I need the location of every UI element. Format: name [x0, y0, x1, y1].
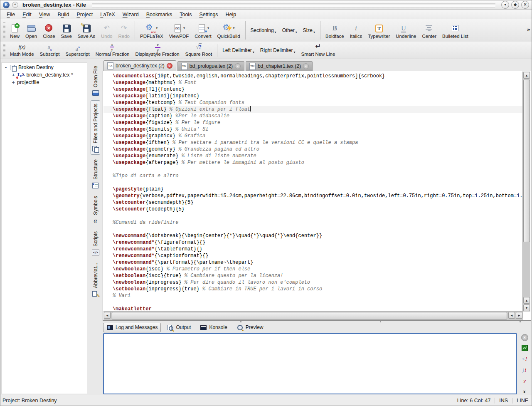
code-line[interactable]: \renewcommand*{\partformat}{\partname~\t…: [103, 259, 523, 266]
code-line[interactable]: %Tipo di carta e altro: [103, 173, 523, 179]
menu-settings[interactable]: Settings: [195, 11, 222, 18]
bottom-tab-output[interactable]: Output: [163, 323, 194, 332]
menu-latex[interactable]: LaTeX: [96, 11, 118, 18]
save-button[interactable]: Save: [58, 21, 75, 40]
bottom-tab-log-and-messages[interactable]: Log and Messages: [103, 323, 161, 332]
displaystyle-fraction-button[interactable]: xyDisplaystyle Fraction: [132, 43, 182, 58]
code-line[interactable]: \usepackage{mathptmx} % Font: [103, 79, 523, 86]
menu-view[interactable]: View: [35, 11, 54, 18]
sectioning-button[interactable]: Sectioning▾: [248, 21, 279, 40]
horizontal-scrollbar-thumb[interactable]: [112, 312, 507, 319]
menu-build[interactable]: Build: [54, 11, 73, 18]
vertical-scrollbar[interactable]: ▴ ▴ ▾: [522, 72, 530, 312]
code-line[interactable]: [103, 299, 523, 306]
code-line[interactable]: \setboolean{inprogress}{true} % Cambiare…: [103, 286, 523, 292]
code-line[interactable]: [103, 179, 523, 186]
latex-log-button[interactable]: [521, 345, 528, 351]
code-line[interactable]: \usepackage{geometry} % Grandezza pagina…: [103, 146, 523, 153]
save-as-button[interactable]: ✎Save As: [75, 21, 98, 40]
code-line[interactable]: \usepackage[latin1]{inputenc}: [103, 93, 523, 99]
titlebar[interactable]: K + broken_destiny.tex - Kile ▾ ◆ ×: [0, 0, 532, 10]
scroll-right-icon[interactable]: ▸: [516, 312, 522, 319]
warning-button[interactable]: ?: [521, 377, 528, 385]
code-line[interactable]: \usepackage{figsize} % Per le figure: [103, 119, 523, 126]
dropdown-arrow-icon[interactable]: ▾: [156, 27, 158, 30]
convert-button[interactable]: »▾Convert: [192, 21, 214, 40]
vertical-scrollbar-thumb[interactable]: [523, 80, 530, 242]
smart-new-line-button[interactable]: ↵Smart New Line: [298, 43, 338, 58]
tree-expander[interactable]: +: [11, 80, 15, 84]
redo-button[interactable]: ↷Redo: [115, 21, 133, 40]
code-line[interactable]: \usepackage{SIunits} % Unita' SI: [103, 126, 523, 133]
horizontal-scrollbar[interactable]: ◂ ◂ ▸: [103, 311, 523, 320]
document-tab-bd-prologue-tex-2[interactable]: TEXbd_prologue.tex (2)×: [177, 61, 244, 71]
bottom-tab-preview[interactable]: Preview: [233, 323, 267, 332]
subscript-button[interactable]: asSubscript: [37, 43, 63, 58]
dropdown-arrow-icon[interactable]: ▾: [275, 31, 276, 34]
pdflatex-button[interactable]: ⚙PDF▾PDFLaTeX: [137, 21, 166, 40]
document-tab-bd-chapter1-tex-2[interactable]: TEXbd_chapter1.tex (2)×: [246, 61, 313, 71]
sidebar-tab-files-and-projects[interactable]: Files and Projects: [91, 100, 100, 155]
sidebar-tab-structure[interactable]: Structure: [91, 156, 100, 191]
scroll-left-icon[interactable]: ◂: [508, 312, 515, 319]
code-line[interactable]: \usepackage{float} % Opzioni extra per i…: [103, 106, 523, 113]
scroll-left-icon[interactable]: ◂: [104, 312, 111, 319]
status-selection-mode[interactable]: LINE: [517, 398, 528, 404]
code-line[interactable]: \renewcommand*{\tableformat}{}: [103, 246, 523, 253]
more-button[interactable]: »: [521, 389, 528, 395]
code-line[interactable]: \renewcommand*{\captionformat}{}: [103, 253, 523, 259]
close-log-button[interactable]: ×: [521, 334, 528, 341]
undo-button[interactable]: ↶Undo: [98, 21, 116, 40]
tab-close-icon[interactable]: ×: [235, 63, 241, 69]
log-message-area[interactable]: [103, 333, 517, 394]
sidebar-tab-symbols[interactable]: Symbolsα: [91, 193, 100, 227]
code-line[interactable]: \setcounter{tocdepth}{5}: [103, 206, 523, 213]
code-line[interactable]: \makeatletter: [103, 306, 523, 312]
italics-button[interactable]: iItalics: [347, 21, 365, 40]
math-mode-button[interactable]: f(x)Math Mode: [7, 43, 37, 58]
tab-close-icon[interactable]: ×: [167, 63, 172, 69]
window-pin-button[interactable]: +: [12, 2, 18, 8]
typewriter-button[interactable]: TTypewriter: [365, 21, 393, 40]
code-line[interactable]: [103, 213, 523, 219]
menu-wizard[interactable]: Wizard: [119, 11, 143, 18]
toolbar-overflow-button[interactable]: »: [527, 26, 530, 32]
previous-error-button[interactable]: <!: [521, 355, 528, 362]
code-line[interactable]: \geometry{verbose,pdftex,paperwidth=15.2…: [103, 193, 523, 199]
tree-expander[interactable]: +: [11, 73, 15, 77]
code-area[interactable]: \documentclass[10pt,twoside,english,norm…: [103, 72, 523, 312]
window-close-button[interactable]: ×: [521, 1, 529, 9]
scroll-down-icon[interactable]: ▾: [523, 304, 530, 311]
normal-fraction-button[interactable]: xyNormal Fraction: [93, 43, 133, 58]
tree-item-projectfile[interactable]: +projectfile: [3, 79, 86, 86]
code-line[interactable]: \usepackage[T1]{fontenc}: [103, 86, 523, 93]
code-line[interactable]: \usepackage{caption} %Per le didascalie: [103, 113, 523, 119]
vertical-scrollbar-track[interactable]: [523, 243, 530, 297]
dropdown-arrow-icon[interactable]: ▾: [207, 27, 209, 30]
window-maximize-button[interactable]: ◆: [511, 1, 519, 9]
menu-project[interactable]: Project: [73, 11, 96, 18]
menu-bookmarks[interactable]: Bookmarks: [143, 11, 176, 18]
close-button[interactable]: ×Close: [40, 21, 58, 40]
scroll-up-icon[interactable]: ▴: [523, 72, 530, 79]
sidebar-tab-scripts[interactable]: Scripts</>: [91, 228, 100, 258]
code-line[interactable]: \documentclass[10pt,twoside,english,norm…: [103, 73, 523, 79]
code-line[interactable]: % Vari: [103, 292, 523, 299]
new-button[interactable]: +New: [7, 21, 22, 40]
code-line[interactable]: \usepackage{enumerate} % Liste di liste …: [103, 153, 523, 159]
sidebar-tab-abbreviat[interactable]: Abbreviat...✎: [91, 260, 100, 300]
tree-item-broken-destiny-tex[interactable]: +TEXbroken_destiny.tex *: [3, 71, 86, 79]
code-line[interactable]: \usepackage{graphicx} % Grafica: [103, 133, 523, 139]
code-line[interactable]: \newboolean{iscc} % Parametro per if the…: [103, 266, 523, 272]
code-line[interactable]: [103, 226, 523, 233]
tab-close-icon[interactable]: ×: [303, 63, 309, 69]
sidebar-tab-open-file[interactable]: Open File: [91, 62, 100, 99]
code-line[interactable]: \setboolean{iscc}{true} % Cambiare quest…: [103, 272, 523, 279]
open-button[interactable]: Open: [22, 21, 40, 40]
right-delimiter-button[interactable]: Right Delimiter▾: [257, 43, 298, 58]
quickbuild-button[interactable]: ⚙▾QuickBuild: [214, 21, 243, 40]
center-button[interactable]: Center: [419, 21, 439, 40]
menu-edit[interactable]: Edit: [19, 11, 35, 18]
dropdown-arrow-icon[interactable]: ▾: [253, 51, 254, 54]
superscript-button[interactable]: asSuperscript: [62, 43, 92, 58]
